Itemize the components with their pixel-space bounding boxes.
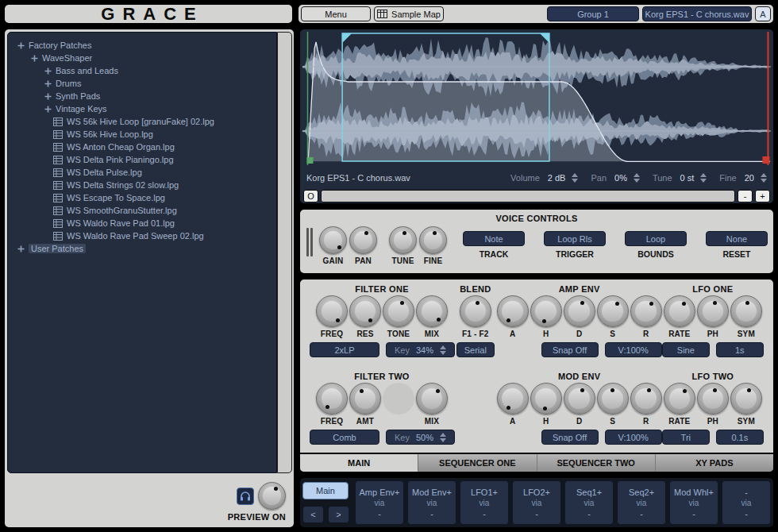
tab-xy-pads[interactable]: XY PADS: [656, 454, 773, 472]
knob-dial[interactable]: [697, 383, 729, 414]
expand-plus-icon[interactable]: [44, 106, 52, 113]
tree-item-ws-smoothgranustutter-lpg[interactable]: WS SmoothGranuStutter.lpg: [8, 204, 276, 217]
mod-slot-lfo2[interactable]: LFO2+via-: [512, 480, 561, 525]
mod-slot-next-button[interactable]: >: [328, 506, 349, 523]
knob-dial[interactable]: [530, 295, 562, 327]
mod-env-snap-off-control[interactable]: Snap Off: [541, 430, 599, 445]
knob-mod-env-a[interactable]: A: [497, 383, 529, 426]
expand-plus-icon[interactable]: [44, 93, 52, 100]
spinner-arrows[interactable]: [572, 173, 578, 183]
knob-filter-one-tone[interactable]: TONE: [383, 295, 414, 338]
knob-dial[interactable]: [597, 295, 629, 327]
tree-item-ws-56k-hive-loop-lpg[interactable]: WS 56k Hive Loop.lpg: [8, 128, 276, 141]
knob-dial[interactable]: [316, 383, 348, 414]
spinner-arrows[interactable]: [700, 173, 707, 183]
waveform-display[interactable]: [302, 32, 771, 165]
spinner-arrows[interactable]: [634, 173, 640, 183]
knob-dial[interactable]: [460, 295, 491, 327]
mod-slot-main-button[interactable]: Main: [302, 482, 349, 499]
lfo-two-0-1s-control[interactable]: 0.1s: [716, 430, 764, 445]
tree-item-ws-anton-cheap-organ-lpg[interactable]: WS Anton Cheap Organ.lpg: [8, 141, 276, 153]
spinner-arrows[interactable]: [440, 345, 446, 355]
knob-dial[interactable]: [389, 226, 417, 254]
tab-sequencer-one[interactable]: SEQUENCER ONE: [418, 454, 537, 472]
knob-dial[interactable]: [597, 383, 629, 414]
knob-dial[interactable]: [730, 295, 762, 327]
expand-plus-icon[interactable]: [17, 42, 25, 49]
knob-lfo-one-sym[interactable]: SYM: [730, 295, 762, 338]
sample-selector[interactable]: Korg EPS1 - C chorus.wav: [642, 6, 752, 21]
knob-filter-one-freq[interactable]: FREQ: [316, 295, 348, 338]
tree-item-bass-and-leads[interactable]: Bass and Leads: [8, 64, 276, 77]
knob-dial[interactable]: [630, 383, 662, 414]
sample-map-button[interactable]: Sample Map: [374, 6, 444, 21]
mod-env-v-100-control[interactable]: V:100%: [605, 430, 662, 445]
knob-dial[interactable]: [419, 226, 447, 254]
zoom-in-button[interactable]: +: [755, 190, 770, 202]
mod-slot-lfo1[interactable]: LFO1+via-: [460, 480, 509, 525]
knob-dial[interactable]: [564, 295, 595, 327]
knob-dial[interactable]: [664, 295, 695, 327]
expand-plus-icon[interactable]: [17, 245, 25, 253]
amp-env-v-100-control[interactable]: V:100%: [605, 342, 662, 357]
lfo-one-1s-control[interactable]: 1s: [716, 342, 764, 357]
knob-lfo-one-ph[interactable]: PH: [697, 295, 729, 338]
tree-item-user-patches[interactable]: User Patches: [8, 242, 276, 255]
mod-slot-mod-whl[interactable]: Mod Whl+via-: [669, 480, 718, 525]
knob-filter-two-freq[interactable]: FREQ: [316, 383, 348, 426]
tab-sequencer-two[interactable]: SEQUENCER TWO: [537, 454, 656, 472]
knob-dial[interactable]: [497, 295, 529, 327]
spinner-arrows[interactable]: [761, 173, 767, 183]
tree-item-ws-delta-strings-02-slow-lpg[interactable]: WS Delta Strings 02 slow.lpg: [8, 179, 276, 191]
knob-dial[interactable]: [349, 295, 381, 327]
knob-dial[interactable]: [564, 383, 595, 414]
bank-a-button[interactable]: A: [755, 6, 771, 21]
knob-lfo-two-ph[interactable]: PH: [697, 383, 729, 426]
mod-slot-seq1[interactable]: Seq1+via-: [564, 480, 614, 525]
knob-dial[interactable]: [730, 383, 762, 414]
mod-slot-amp-env[interactable]: Amp Env+via-: [355, 480, 404, 525]
amp-env-snap-off-control[interactable]: Snap Off: [541, 342, 599, 357]
param-value[interactable]: 0%: [614, 173, 627, 183]
group-selector[interactable]: Group 1: [547, 6, 639, 21]
menu-button[interactable]: Menu: [301, 6, 371, 21]
param-value[interactable]: 2 dB: [548, 173, 566, 183]
preview-volume-knob[interactable]: [258, 482, 286, 510]
knob-filter-one-mix[interactable]: MIX: [416, 295, 448, 338]
tree-item-factory-patches[interactable]: Factory Patches: [8, 39, 276, 52]
knob-dial[interactable]: [383, 295, 414, 327]
filter-two-comb-control[interactable]: Comb: [310, 430, 379, 445]
tree-item-ws-waldo-rave-pad-01-lpg[interactable]: WS Waldo Rave Pad 01.lpg: [8, 217, 276, 229]
zoom-overview-button[interactable]: O: [303, 190, 318, 202]
filter-one-key-control[interactable]: Key34%: [386, 342, 455, 357]
voice-trigger-button[interactable]: Loop Rls: [544, 231, 606, 246]
voice-bounds-button[interactable]: Loop: [625, 231, 687, 246]
expand-plus-icon[interactable]: [44, 80, 52, 87]
knob-filter-two-mix[interactable]: MIX: [416, 383, 448, 426]
knob-filter-two-amt[interactable]: AMT: [349, 383, 381, 426]
knob-fine[interactable]: FINE: [419, 226, 447, 265]
knob-dial[interactable]: [349, 226, 377, 254]
tree-item-ws-56k-hive-loop-granufake-02-lpg[interactable]: WS 56k Hive Loop [granuFake] 02.lpg: [8, 115, 276, 128]
knob-blend-f1-f2[interactable]: F1 - F2: [460, 295, 491, 338]
mod-slot-seq2[interactable]: Seq2+via-: [617, 480, 666, 525]
filter-one-2xlp-control[interactable]: 2xLP: [310, 342, 379, 357]
knob-dial[interactable]: [416, 295, 448, 327]
tree-item-ws-delta-pulse-lpg[interactable]: WS Delta Pulse.lpg: [8, 166, 276, 179]
knob-dial[interactable]: [416, 383, 448, 414]
drag-handle[interactable]: [306, 228, 313, 256]
voice-reset-button[interactable]: None: [706, 231, 768, 246]
tab-main[interactable]: MAIN: [300, 454, 418, 472]
mod-slot-x[interactable]: -via-: [722, 480, 771, 525]
expand-plus-icon[interactable]: [44, 67, 52, 75]
blend-serial-control[interactable]: Serial: [456, 342, 495, 357]
knob-tune[interactable]: TUNE: [389, 226, 417, 265]
preview-toggle-button[interactable]: [237, 488, 254, 505]
knob-dial[interactable]: [316, 295, 348, 327]
knob-filter-one-res[interactable]: RES: [349, 295, 381, 338]
voice-track-button[interactable]: Note: [463, 231, 525, 246]
knob-gain[interactable]: GAIN: [319, 226, 347, 265]
knob-dial[interactable]: [697, 295, 729, 327]
knob-amp-env-h[interactable]: H: [530, 295, 562, 338]
knob-mod-env-r[interactable]: R: [630, 383, 662, 426]
